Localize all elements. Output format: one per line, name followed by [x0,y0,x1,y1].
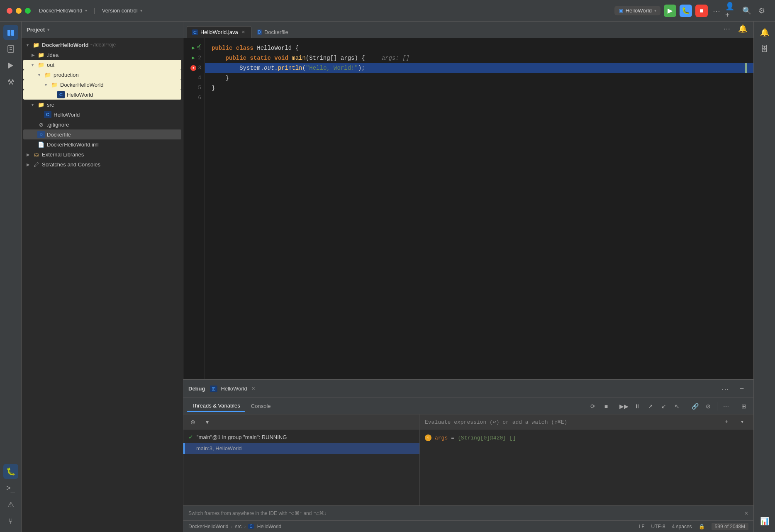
tree-item-production[interactable]: ▾ 📁 production [23,70,181,80]
variable-args[interactable]: ○ args = {String[0]@420} [] [425,433,748,443]
run-config-selector[interactable]: ▣ HelloWorld ▾ [614,6,660,15]
tab-dockerfile[interactable]: D Dockerfile [252,27,293,38]
breadcrumb-src[interactable]: src [235,524,241,530]
sidebar-item-run[interactable] [3,58,18,73]
tree-item-external-libraries[interactable]: ▶ 🗂 External Libraries [23,149,181,159]
debug-close-tab-btn[interactable]: ✕ [251,386,255,391]
notifications-button[interactable]: 🔔 [735,22,750,36]
run-section: ▣ HelloWorld ▾ ▶ 🐛 ■ [614,5,708,17]
tab-close-button[interactable]: ✕ [241,29,246,35]
tab-helloworld-java[interactable]: C HelloWorld.java ✕ [187,26,251,38]
folder-icon: 📁 [44,71,51,78]
close-button[interactable] [7,8,12,14]
tree-item-label: HelloWorld [54,112,80,118]
toolbar-separator4 [735,402,735,410]
breakpoint-icon[interactable]: ● [190,65,196,71]
maximize-button[interactable] [25,8,31,14]
threads-list: ✓ "main"@1 in group "main": RUNNING main… [183,430,419,505]
right-sidebar-notifications[interactable]: 🔔 [757,25,772,40]
toolbar-separator2 [686,402,686,410]
tree-item-dockerhelloworld-sub[interactable]: ▾ 📁 DockerHelloWorld [23,80,181,90]
tree-item-iml[interactable]: 📄 DockerHelloWorld.iml [23,139,181,149]
more-options-button[interactable]: ⋯ [713,6,720,15]
title-divider: | [94,7,95,15]
frame-main3[interactable]: main:3, HelloWorld [183,443,419,454]
add-watch-button[interactable]: + [720,416,733,428]
minimize-button[interactable] [16,8,22,14]
tree-item-label: DockerHelloWorld [42,42,88,48]
debug-button[interactable]: 🐛 [680,5,692,17]
tree-item-dockerhelloworld-root[interactable]: ▾ 📁 DockerHelloWorld ~/IdeaProje [23,40,181,50]
right-sidebar-chart[interactable]: 📊 [757,514,772,529]
encoding[interactable]: UTF-8 [651,524,665,530]
breadcrumb-sep-1: › [231,524,232,530]
tab-more-button[interactable]: ⋯ [720,22,734,35]
paren-close: ); [358,63,365,73]
search-button[interactable]: 🔍 [740,4,753,17]
breadcrumb-class[interactable]: HelloWorld [257,524,281,530]
breadcrumb-project[interactable]: DockerHelloWorld [188,524,228,530]
step-out-button[interactable]: ↖ [671,400,683,412]
code-editor[interactable]: ▶ 1 ▶ 2 ● 3 4 [183,38,753,379]
variables-toolbar: Evaluate expression (↩) or add a watch (… [420,415,753,430]
run-gutter-1[interactable]: ▶ [190,43,196,53]
add-profile-button[interactable]: 👤+ [725,4,738,17]
stop-debug-button[interactable]: ■ [600,400,612,412]
filter-button[interactable]: ⊜ [187,416,199,428]
thread-running-icon: ✓ [188,434,193,440]
variables-list: ○ args = {String[0]@420} [] [420,430,753,505]
tree-item-idea[interactable]: ▶ 📁 .idea [23,50,181,60]
sidebar-item-tools[interactable]: ⚒ [3,75,18,90]
run-gutter-3[interactable]: ● [190,65,196,71]
tree-item-out[interactable]: ▾ 📁 out [23,60,181,70]
debug-collapse-button[interactable]: − [735,382,748,395]
thread-dropdown[interactable]: ▾ [201,416,213,428]
tree-item-helloworld-src[interactable]: C HelloWorld [23,110,181,120]
string-literal: "Hello, World!" [306,63,358,73]
right-sidebar-database[interactable]: 🗄 [757,41,772,56]
tree-item-helloworld-out[interactable]: C HelloWorld [23,90,181,100]
project-title-section[interactable]: DockerHelloWorld ▾ [39,7,87,14]
stop-button[interactable]: ■ [695,5,708,17]
resume-button[interactable]: ▶▶ [618,400,630,412]
layout-button[interactable]: ⊞ [738,400,750,412]
tree-item-gitignore[interactable]: ⊘ .gitignore [23,120,181,129]
run-button[interactable]: ▶ [664,5,676,17]
evaluate-button[interactable]: 🔗 [689,400,701,412]
debug-settings-button[interactable]: ⋯ [719,382,732,395]
code-content[interactable]: public class HelloWorld { public static … [205,38,753,379]
debug-config-label: HelloWorld [221,386,247,392]
step-over-button[interactable]: ↗ [644,400,657,412]
tab-console[interactable]: Console [246,400,276,412]
memory-indicator[interactable]: 599 of 2048M [712,523,748,530]
toolbar-separator3 [717,402,717,410]
sidebar-item-debug[interactable]: 🐛 [3,464,18,479]
sidebar-item-terminal[interactable]: >_ [3,481,18,495]
more-debug-button[interactable]: ⋯ [720,400,732,412]
breadcrumb-sep-2: › [244,524,246,530]
thread-main[interactable]: ✓ "main"@1 in group "main": RUNNING [183,431,419,443]
tab-label: HelloWorld.java [200,29,238,35]
sidebar-item-project[interactable] [3,25,18,40]
step-into-button[interactable]: ↙ [658,400,670,412]
tree-item-src[interactable]: ▾ 📁 src [23,100,181,110]
version-control-section[interactable]: Version control ▾ [102,7,142,14]
watch-dropdown-button[interactable]: ▾ [736,416,748,428]
indent-label[interactable]: 4 spaces [672,524,692,530]
code-line-1: public class HelloWorld { [212,43,747,53]
toolbar-separator [615,402,615,410]
debug-info-close-button[interactable]: ✕ [744,510,748,516]
pause-button[interactable]: ⏸ [631,400,643,412]
clear-button[interactable]: ⊘ [702,400,714,412]
rerun-button[interactable]: ⟳ [587,400,599,412]
line-ending[interactable]: LF [639,524,645,530]
tree-item-scratches[interactable]: ▶ 🖊 Scratches and Consoles [23,159,181,169]
sidebar-item-git[interactable]: ⑂ [3,514,18,529]
var-equals: = [451,435,454,441]
tree-item-dockerfile[interactable]: D Dockerfile [23,129,181,139]
settings-button[interactable]: ⚙ [755,4,768,17]
sidebar-item-bookmarks[interactable] [3,41,18,56]
run-gutter-2[interactable]: ▶ [190,53,196,63]
sidebar-item-problems[interactable]: ⚠ [3,497,18,512]
tab-threads-variables[interactable]: Threads & Variables [187,400,245,412]
